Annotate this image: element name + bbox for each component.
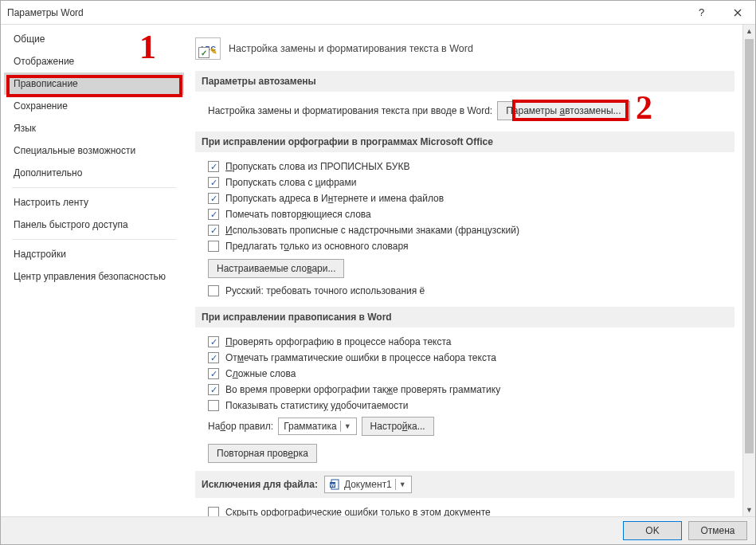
russian-yo-checkbox[interactable]	[208, 285, 219, 296]
svg-text:W: W	[331, 483, 335, 488]
spell-office-check-label: Предлагать только из основного словаря	[225, 241, 409, 252]
autocorrect-options-button[interactable]: Параметры автозамены...	[497, 101, 629, 120]
spell-office-check-row[interactable]: Использовать прописные с надстрочными зн…	[195, 222, 734, 238]
spell-office-check-row[interactable]: Пропускать слова с цифрами	[195, 174, 734, 190]
custom-dictionaries-button-label: Настраиваемые словари...	[217, 263, 335, 274]
autocorrect-options-button-label: Параметры автозамены...	[506, 105, 621, 116]
spell-word-check-label: Показывать статистику удобочитаемости	[225, 400, 408, 411]
recheck-button[interactable]: Повторная проверка	[208, 444, 317, 463]
proofing-icon: ABC ✓✎	[195, 37, 221, 60]
spell-word-check-checkbox[interactable]	[208, 384, 219, 395]
spell-word-check-row[interactable]: Проверять орфографию в процессе набора т…	[195, 334, 734, 350]
ok-button-label: OK	[645, 525, 659, 536]
spell-word-check-checkbox[interactable]	[208, 400, 219, 411]
spell-office-check-row[interactable]: Помечать повторяющиеся слова	[195, 206, 734, 222]
sidebar-item[interactable]: Дополнительно	[4, 162, 184, 184]
sidebar-separator	[12, 187, 176, 188]
chevron-down-icon: ▼	[395, 479, 409, 490]
spell-office-check-checkbox[interactable]	[208, 177, 219, 188]
russian-yo-row[interactable]: Русский: требовать точного использования…	[195, 283, 734, 299]
cancel-button[interactable]: Отмена	[688, 521, 747, 540]
spell-office-check-label: Пропускать адреса в Интернете и имена фа…	[225, 193, 444, 204]
vertical-scrollbar[interactable]: ▲ ▼	[742, 25, 755, 516]
sidebar-item[interactable]: Специальные возможности	[4, 139, 184, 162]
spell-office-check-checkbox[interactable]	[208, 161, 219, 172]
sidebar-item[interactable]: Язык	[4, 117, 184, 139]
ruleset-row: Набор правил: Грамматика ▼ Настройка...	[195, 414, 734, 439]
custom-dictionaries-button[interactable]: Настраиваемые словари...	[208, 259, 344, 278]
spell-word-check-checkbox[interactable]	[208, 368, 219, 379]
scrollbar-thumb[interactable]	[745, 39, 754, 453]
spell-office-check-row[interactable]: Пропускать адреса в Интернете и имена фа…	[195, 190, 734, 206]
scroll-up-arrow[interactable]: ▲	[743, 25, 755, 37]
section-exceptions-title: Исключения для файла:	[202, 479, 318, 490]
ruleset-select-value: Грамматика	[284, 421, 336, 432]
sidebar-item[interactable]: Общие	[4, 28, 184, 50]
sidebar-item[interactable]: Надстройки	[4, 243, 184, 265]
ruleset-settings-button-label: Настройка...	[370, 421, 425, 432]
exceptions-check-label: Скрыть орфографические ошибки только в э…	[225, 507, 491, 516]
ruleset-label: Набор правил:	[208, 421, 273, 432]
spell-office-check-checkbox[interactable]	[208, 209, 219, 220]
sidebar-item[interactable]: Панель быстрого доступа	[4, 214, 184, 236]
sidebar-item[interactable]: Сохранение	[4, 95, 184, 117]
section-spell-office-title: При исправлении орфографии в программах …	[195, 131, 734, 152]
spell-word-check-row[interactable]: Сложные слова	[195, 366, 734, 382]
spell-office-check-checkbox[interactable]	[208, 193, 219, 204]
main-panel: ABC ✓✎ Настройка замены и форматирования…	[184, 25, 755, 516]
section-exceptions-head: Исключения для файла: W Документ1 ▼	[195, 471, 734, 498]
spell-office-check-label: Использовать прописные с надстрочными зн…	[225, 225, 519, 236]
document-icon: W	[330, 479, 341, 490]
sidebar-item[interactable]: Отображение	[4, 50, 184, 73]
ok-button[interactable]: OK	[623, 521, 682, 540]
sidebar-item[interactable]: Правописание	[4, 73, 184, 95]
spell-word-check-row[interactable]: Во время проверки орфографии также прове…	[195, 382, 734, 398]
word-options-dialog: Параметры Word ? ОбщиеОтображениеПравопи…	[0, 0, 756, 545]
dialog-body: ОбщиеОтображениеПравописаниеСохранениеЯз…	[1, 25, 755, 517]
exceptions-file-select[interactable]: W Документ1 ▼	[324, 476, 412, 493]
autocorrect-desc: Настройка замены и форматирования текста…	[208, 105, 492, 116]
spell-office-check-row[interactable]: Предлагать только из основного словаря	[195, 238, 734, 254]
ruleset-settings-button[interactable]: Настройка...	[362, 417, 434, 436]
exceptions-check-row[interactable]: Скрыть орфографические ошибки только в э…	[195, 504, 734, 516]
section-autocorrect-title: Параметры автозамены	[195, 71, 734, 92]
spell-word-check-checkbox[interactable]	[208, 352, 219, 363]
sidebar-separator	[12, 239, 176, 240]
page-header-text: Настройка замены и форматирования текста…	[229, 43, 473, 54]
spell-office-check-row[interactable]: Пропускать слова из ПРОПИСНЫХ БУКВ	[195, 159, 734, 174]
spell-office-check-checkbox[interactable]	[208, 225, 219, 236]
exceptions-check-checkbox[interactable]	[208, 507, 219, 516]
spell-word-check-row[interactable]: Показывать статистику удобочитаемости	[195, 398, 734, 414]
exceptions-file-value: Документ1	[344, 479, 392, 490]
titlebar: Параметры Word ?	[1, 1, 755, 25]
close-icon	[734, 9, 742, 17]
close-button[interactable]	[719, 1, 755, 24]
help-button[interactable]: ?	[684, 1, 719, 24]
autocorrect-row: Настройка замены и форматирования текста…	[195, 98, 734, 124]
sidebar-item[interactable]: Настроить ленту	[4, 191, 184, 214]
russian-yo-label: Русский: требовать точного использования…	[225, 285, 425, 296]
chevron-down-icon: ▼	[340, 421, 354, 432]
spell-word-check-label: Сложные слова	[225, 368, 296, 379]
spell-office-check-checkbox[interactable]	[208, 241, 219, 252]
window-title: Параметры Word	[7, 7, 684, 18]
dialog-footer: OK Отмена	[1, 517, 755, 544]
sidebar: ОбщиеОтображениеПравописаниеСохранениеЯз…	[1, 25, 184, 516]
spell-office-check-label: Помечать повторяющиеся слова	[225, 209, 371, 220]
spell-word-check-label: Отмечать грамматические ошибки в процесс…	[225, 352, 496, 363]
ruleset-select[interactable]: Грамматика ▼	[278, 418, 356, 435]
section-spell-word-title: При исправлении правописания в Word	[195, 307, 734, 327]
spell-office-check-label: Пропускать слова с цифрами	[225, 177, 357, 188]
page-header: ABC ✓✎ Настройка замены и форматирования…	[195, 37, 734, 60]
spell-word-check-label: Проверять орфографию в процессе набора т…	[225, 336, 452, 347]
spell-word-check-label: Во время проверки орфографии также прове…	[225, 384, 500, 395]
spell-office-check-label: Пропускать слова из ПРОПИСНЫХ БУКВ	[225, 161, 409, 172]
recheck-button-label: Повторная проверка	[217, 448, 308, 459]
main-scroll-area: ABC ✓✎ Настройка замены и форматирования…	[184, 25, 742, 516]
spell-word-check-row[interactable]: Отмечать грамматические ошибки в процесс…	[195, 350, 734, 366]
sidebar-item[interactable]: Центр управления безопасностью	[4, 265, 184, 288]
spell-word-check-checkbox[interactable]	[208, 336, 219, 347]
scroll-down-arrow[interactable]: ▼	[743, 504, 755, 516]
cancel-button-label: Отмена	[700, 525, 734, 536]
